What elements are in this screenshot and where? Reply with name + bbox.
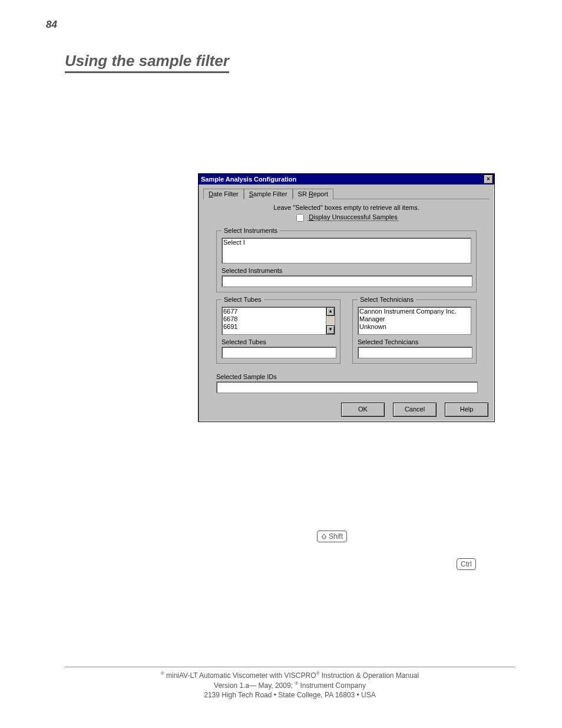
selected-sample-ids-label: Selected Sample IDs (216, 373, 477, 380)
scroll-up-icon[interactable]: ▲ (326, 307, 335, 316)
tab-date-filter[interactable]: Date Filter (203, 189, 244, 199)
sample-analysis-dialog: Sample Analysis Configuration × Date Fil… (198, 173, 495, 422)
tubes-listbox[interactable]: 6677 6678 6691 ▲ ▼ (222, 307, 335, 335)
ok-button[interactable]: OK (341, 403, 385, 417)
list-item[interactable]: Select I (223, 239, 470, 246)
selected-technicians-label: Selected Technicians (358, 338, 471, 345)
select-tubes-legend: Select Tubes (222, 296, 264, 303)
list-item[interactable]: 6691 (223, 323, 333, 331)
select-instruments-legend: Select Instruments (222, 227, 280, 234)
page-number: 84 (46, 19, 57, 31)
shift-arrow-icon (321, 533, 327, 539)
select-tubes-group: Select Tubes 6677 6678 6691 ▲ ▼ Selected… (216, 296, 340, 364)
footer-line-1: ® miniAV-LT Automatic Viscometer with VI… (65, 671, 515, 680)
select-instruments-group: Select Instruments Select I Selected Ins… (216, 227, 477, 292)
help-button[interactable]: Help (445, 403, 488, 417)
shift-key-graphic: Shift (317, 531, 347, 542)
footer-line-3: 2139 High Tech Road • State College, PA … (65, 690, 515, 700)
scrollbar[interactable]: ▲ ▼ (326, 307, 335, 334)
selected-sample-ids-field[interactable] (216, 381, 478, 393)
selected-tubes-field[interactable] (222, 347, 336, 358)
dialog-title: Sample Analysis Configuration (201, 176, 296, 183)
list-item[interactable]: 6677 (223, 308, 333, 315)
list-item[interactable]: Cannon Instrument Company Inc. (359, 308, 470, 315)
hint-text: Leave "Selected" boxes empty to retrieve… (216, 204, 477, 211)
cancel-button[interactable]: Cancel (393, 403, 437, 417)
selected-instruments-label: Selected Instruments (222, 267, 471, 274)
display-unsuccessful-label[interactable]: Display Unsuccessful Samples (308, 213, 398, 221)
dialog-titlebar: Sample Analysis Configuration × (199, 174, 494, 185)
list-item[interactable]: Manager (359, 315, 470, 323)
page-footer: ® miniAV-LT Automatic Viscometer with VI… (65, 667, 515, 700)
select-technicians-group: Select Technicians Cannon Instrument Com… (352, 296, 477, 364)
footer-line-2: Version 1.a— May, 2009; ® Instrument Com… (65, 681, 515, 690)
selected-tubes-label: Selected Tubes (222, 338, 335, 345)
scroll-down-icon[interactable]: ▼ (326, 325, 335, 334)
display-unsuccessful-checkbox[interactable] (296, 214, 304, 222)
display-unsuccessful-row: Display Unsuccessful Samples (216, 212, 477, 223)
select-technicians-legend: Select Technicians (358, 296, 416, 303)
instruments-listbox[interactable]: Select I (222, 238, 471, 263)
tab-sr-report[interactable]: SR Report (293, 189, 333, 199)
footer-rule (65, 667, 515, 667)
selected-technicians-field[interactable] (358, 347, 472, 358)
dialog-body: Leave "Selected" boxes empty to retrieve… (199, 199, 494, 399)
ctrl-key-graphic: Ctrl (457, 558, 476, 570)
selected-instruments-field[interactable] (222, 275, 472, 287)
tab-strip: Date Filter Sample Filter SR Report (203, 188, 490, 199)
list-item[interactable]: 6678 (223, 315, 333, 323)
tab-sample-filter[interactable]: Sample Filter (244, 189, 293, 199)
section-heading: Using the sample filter (65, 52, 229, 73)
close-icon: × (487, 176, 490, 182)
dialog-buttons: OK Cancel Help (199, 399, 494, 421)
technicians-listbox[interactable]: Cannon Instrument Company Inc. Manager U… (358, 307, 471, 335)
list-item[interactable]: Unknown (359, 323, 470, 331)
close-button[interactable]: × (484, 174, 493, 184)
